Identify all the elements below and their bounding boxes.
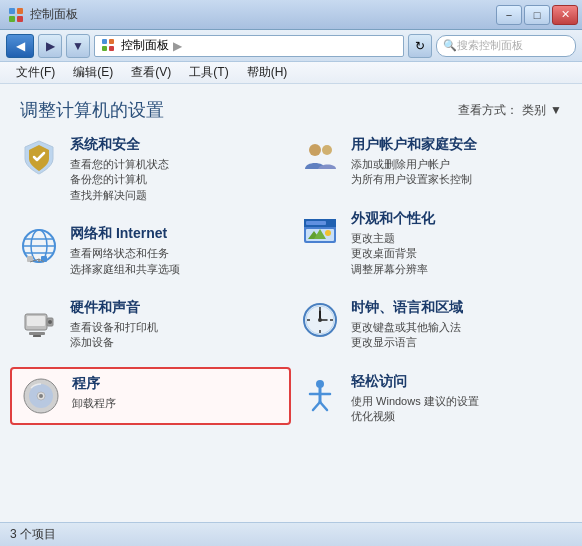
hardware-text: 硬件和声音 查看设备和打印机 添加设备 <box>70 299 158 351</box>
control-users[interactable]: 用户帐户和家庭安全 添加或删除用户帐户 为所有用户设置家长控制 <box>291 130 572 194</box>
svg-point-27 <box>39 394 43 398</box>
close-button[interactable]: ✕ <box>552 5 578 25</box>
right-panel: 用户帐户和家庭安全 添加或删除用户帐户 为所有用户设置家长控制 <box>291 130 572 512</box>
svg-rect-5 <box>109 39 114 44</box>
control-access[interactable]: 轻松访问 使用 Windows 建议的设置 优化视频 <box>291 367 572 431</box>
search-icon: 🔍 <box>443 39 457 52</box>
address-icon <box>101 38 117 54</box>
view-mode-arrow: ▼ <box>550 103 562 117</box>
menu-help[interactable]: 帮助(H) <box>239 62 296 83</box>
search-box[interactable]: 🔍 搜索控制面板 <box>436 35 576 57</box>
appearance-name: 外观和个性化 <box>351 210 435 228</box>
menu-tools[interactable]: 工具(T) <box>181 62 236 83</box>
content-area: 调整计算机的设置 查看方式： 类别 ▼ 系统和安全 查看您的计算 <box>0 84 582 522</box>
users-text: 用户帐户和家庭安全 添加或删除用户帐户 为所有用户设置家长控制 <box>351 136 477 188</box>
left-panel: 系统和安全 查看您的计算机状态 备份您的计算机 查找并解决问题 <box>10 130 291 512</box>
svg-line-49 <box>313 402 320 410</box>
appearance-text: 外观和个性化 更改主题 更改桌面背景 调整屏幕分辨率 <box>351 210 435 277</box>
security-text: 系统和安全 查看您的计算机状态 备份您的计算机 查找并解决问题 <box>70 136 169 203</box>
dropdown-icon: ▼ <box>72 39 84 53</box>
programs-desc: 卸载程序 <box>72 396 116 411</box>
control-programs[interactable]: 程序 卸载程序 <box>10 367 291 425</box>
back-icon: ◀ <box>16 39 25 53</box>
svg-point-28 <box>309 144 321 156</box>
svg-point-29 <box>322 145 332 155</box>
forward-icon: ▶ <box>46 39 55 53</box>
clock-name: 时钟、语言和区域 <box>351 299 463 317</box>
status-bar: 3 个项目 <box>0 522 582 546</box>
access-text: 轻松访问 使用 Windows 建议的设置 优化视频 <box>351 373 479 425</box>
refresh-icon: ↻ <box>415 39 425 53</box>
panels-container: 系统和安全 查看您的计算机状态 备份您的计算机 查找并解决问题 <box>0 130 582 522</box>
menu-bar: 文件(F) 编辑(E) 查看(V) 工具(T) 帮助(H) <box>0 62 582 84</box>
svg-rect-0 <box>9 8 15 14</box>
minimize-button[interactable]: − <box>496 5 522 25</box>
window-title: 控制面板 <box>30 6 78 23</box>
view-mode-label: 查看方式： <box>458 102 518 119</box>
programs-text: 程序 卸载程序 <box>72 375 116 411</box>
forward-button[interactable]: ▶ <box>38 34 62 58</box>
svg-rect-19 <box>27 316 45 326</box>
programs-name: 程序 <box>72 375 116 393</box>
title-bar-buttons: − □ ✕ <box>496 5 578 25</box>
page-title: 调整计算机的设置 <box>20 98 164 122</box>
control-network[interactable]: 网络和 Internet 查看网络状态和任务 选择家庭组和共享选项 <box>10 219 291 283</box>
svg-rect-6 <box>102 46 107 51</box>
security-icon <box>18 136 60 178</box>
content-header: 调整计算机的设置 查看方式： 类别 ▼ <box>0 84 582 130</box>
hardware-icon <box>18 299 60 341</box>
address-box[interactable]: 控制面板 ▶ <box>94 35 404 57</box>
svg-rect-7 <box>109 46 114 51</box>
svg-rect-22 <box>29 332 45 335</box>
menu-view[interactable]: 查看(V) <box>123 62 179 83</box>
maximize-button[interactable]: □ <box>524 5 550 25</box>
title-bar: 控制面板 − □ ✕ <box>0 0 582 30</box>
items-count: 3 个项目 <box>10 526 56 543</box>
svg-point-45 <box>318 318 322 322</box>
hardware-name: 硬件和声音 <box>70 299 158 317</box>
users-desc: 添加或删除用户帐户 为所有用户设置家长控制 <box>351 157 477 188</box>
menu-file[interactable]: 文件(F) <box>8 62 63 83</box>
appearance-icon <box>299 210 341 252</box>
svg-rect-32 <box>306 221 326 225</box>
appearance-desc: 更改主题 更改桌面背景 调整屏幕分辨率 <box>351 231 435 277</box>
programs-icon <box>20 375 62 417</box>
network-name: 网络和 Internet <box>70 225 180 243</box>
access-name: 轻松访问 <box>351 373 479 391</box>
svg-point-21 <box>48 320 52 324</box>
control-security[interactable]: 系统和安全 查看您的计算机状态 备份您的计算机 查找并解决问题 <box>10 130 291 209</box>
network-icon <box>18 225 60 267</box>
svg-rect-23 <box>33 335 41 337</box>
dropdown-button[interactable]: ▼ <box>66 34 90 58</box>
svg-rect-3 <box>17 16 23 22</box>
view-mode-value: 类别 <box>522 102 546 119</box>
control-appearance[interactable]: 外观和个性化 更改主题 更改桌面背景 调整屏幕分辨率 <box>291 204 572 283</box>
clock-text: 时钟、语言和区域 更改键盘或其他输入法 更改显示语言 <box>351 299 463 351</box>
access-icon <box>299 373 341 415</box>
svg-rect-4 <box>102 39 107 44</box>
users-name: 用户帐户和家庭安全 <box>351 136 477 154</box>
security-desc: 查看您的计算机状态 备份您的计算机 查找并解决问题 <box>70 157 169 203</box>
svg-line-50 <box>320 402 327 410</box>
menu-edit[interactable]: 编辑(E) <box>65 62 121 83</box>
address-bar: ◀ ▶ ▼ 控制面板 ▶ ↻ 🔍 搜索控制面板 <box>0 30 582 62</box>
users-icon <box>299 136 341 178</box>
path-arrow: ▶ <box>173 39 182 53</box>
view-mode-selector[interactable]: 查看方式： 类别 ▼ <box>458 102 562 119</box>
search-placeholder: 搜索控制面板 <box>457 38 523 53</box>
svg-rect-2 <box>9 16 15 22</box>
hardware-desc: 查看设备和打印机 添加设备 <box>70 320 158 351</box>
network-desc: 查看网络状态和任务 选择家庭组和共享选项 <box>70 246 180 277</box>
back-button[interactable]: ◀ <box>6 34 34 58</box>
access-desc: 使用 Windows 建议的设置 优化视频 <box>351 394 479 425</box>
svg-rect-1 <box>17 8 23 14</box>
svg-point-36 <box>325 230 331 236</box>
title-bar-left: 控制面板 <box>8 6 78 23</box>
clock-icon <box>299 299 341 341</box>
address-path: 控制面板 <box>121 37 169 54</box>
control-clock[interactable]: 时钟、语言和区域 更改键盘或其他输入法 更改显示语言 <box>291 293 572 357</box>
refresh-button[interactable]: ↻ <box>408 34 432 58</box>
security-name: 系统和安全 <box>70 136 169 154</box>
control-hardware[interactable]: 硬件和声音 查看设备和打印机 添加设备 <box>10 293 291 357</box>
window-icon <box>8 7 24 23</box>
